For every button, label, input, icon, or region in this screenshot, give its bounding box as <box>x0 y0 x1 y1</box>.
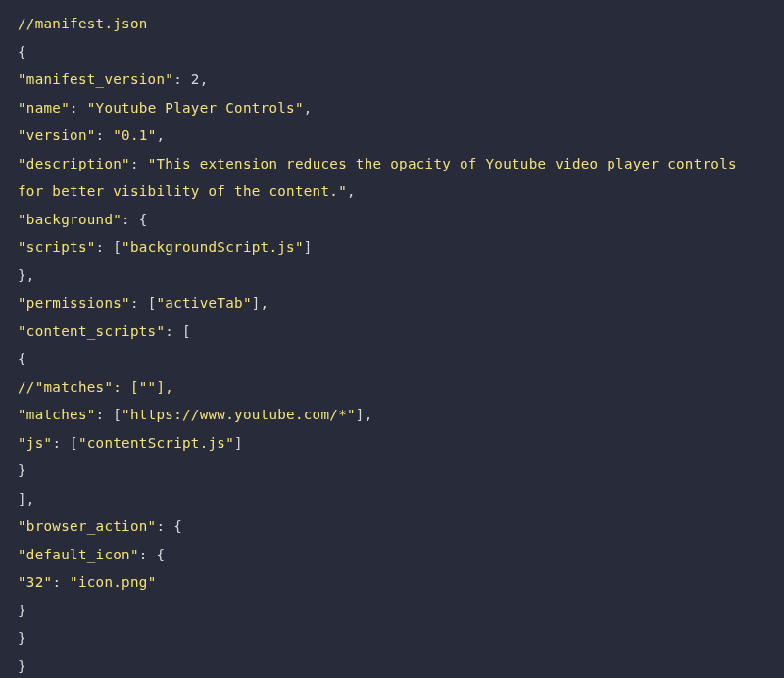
code-token: "backgroundScript.js" <box>122 239 304 255</box>
code-line: }, <box>18 267 35 283</box>
code-token: , <box>156 127 165 143</box>
code-line: } <box>18 658 26 674</box>
code-line: "version": "0.1", <box>18 127 165 143</box>
code-line: //manifest.json <box>18 16 148 31</box>
code-line: ], <box>18 491 35 507</box>
code-token: "0.1" <box>113 127 156 143</box>
code-token: "browser_action" <box>18 518 156 534</box>
code-token: } <box>18 630 26 646</box>
code-token: "version" <box>18 127 96 143</box>
code-line: "background": { <box>18 212 148 227</box>
code-line: "description": "This extension reduces t… <box>18 156 746 200</box>
code-token: //manifest.json <box>18 16 148 31</box>
code-line: "name": "Youtube Player Controls", <box>18 100 313 116</box>
code-line: "manifest_version": 2, <box>18 72 209 87</box>
code-token: "32" <box>18 574 52 590</box>
code-token: "default_icon" <box>18 547 139 562</box>
code-token: "content_scripts" <box>18 323 165 339</box>
code-token: : [ <box>96 407 122 422</box>
code-token: , <box>200 72 209 87</box>
code-token: "icon.png" <box>70 574 156 590</box>
code-token: : [ <box>52 435 78 451</box>
code-token: ] <box>304 239 313 255</box>
code-line: "scripts": ["backgroundScript.js"] <box>18 239 313 255</box>
code-token: "matches" <box>18 407 96 422</box>
code-token: "activeTab" <box>156 295 251 311</box>
code-line: "content_scripts": [ <box>18 323 191 339</box>
code-line: //"matches": [""], <box>18 379 173 395</box>
code-token: 2 <box>191 72 200 87</box>
code-line: "default_icon": { <box>18 547 165 562</box>
code-line: } <box>18 603 26 618</box>
code-block: //manifest.json { "manifest_version": 2,… <box>0 0 784 678</box>
code-token: , <box>347 183 356 199</box>
code-token: } <box>18 658 26 674</box>
code-token: "description" <box>18 156 130 171</box>
code-token: : [ <box>165 323 191 339</box>
code-token: "Youtube Player Controls" <box>87 100 304 116</box>
code-token: "name" <box>18 100 70 116</box>
code-token: ], <box>356 407 373 422</box>
code-line: "browser_action": { <box>18 518 182 534</box>
code-token: "js" <box>18 435 52 451</box>
code-token: "scripts" <box>18 239 96 255</box>
code-token: "contentScript.js" <box>78 435 234 451</box>
code-token: : [ <box>130 295 157 311</box>
code-line: } <box>18 462 26 478</box>
code-token: : <box>173 72 191 87</box>
code-token: : { <box>122 212 148 227</box>
code-line: { <box>18 351 26 366</box>
code-token: : <box>96 127 114 143</box>
code-token: "background" <box>18 212 122 227</box>
code-token: } <box>18 603 26 618</box>
code-token: "manifest_version" <box>18 72 173 87</box>
code-token: //"matches": [""], <box>18 379 173 395</box>
code-token: ] <box>234 435 243 451</box>
code-token: : [ <box>96 239 122 255</box>
code-line: "js": ["contentScript.js"] <box>18 435 243 451</box>
code-token: "https://www.youtube.com/*" <box>122 407 356 422</box>
code-token: ], <box>18 491 35 507</box>
code-token: , <box>304 100 313 116</box>
code-line: } <box>18 630 26 646</box>
code-token: : <box>130 156 148 171</box>
code-token: : <box>52 574 70 590</box>
code-token: : { <box>156 518 182 534</box>
code-token: { <box>18 44 26 60</box>
code-token: ], <box>252 295 270 311</box>
code-token: "permissions" <box>18 295 130 311</box>
code-token: : <box>70 100 87 116</box>
code-line: { <box>18 44 26 60</box>
code-token: { <box>18 351 26 366</box>
code-line: "matches": ["https://www.youtube.com/*"]… <box>18 407 373 422</box>
code-token: }, <box>18 267 35 283</box>
code-token: : { <box>139 547 166 562</box>
code-line: "permissions": ["activeTab"], <box>18 295 269 311</box>
code-token: } <box>18 462 26 478</box>
code-line: "32": "icon.png" <box>18 574 156 590</box>
